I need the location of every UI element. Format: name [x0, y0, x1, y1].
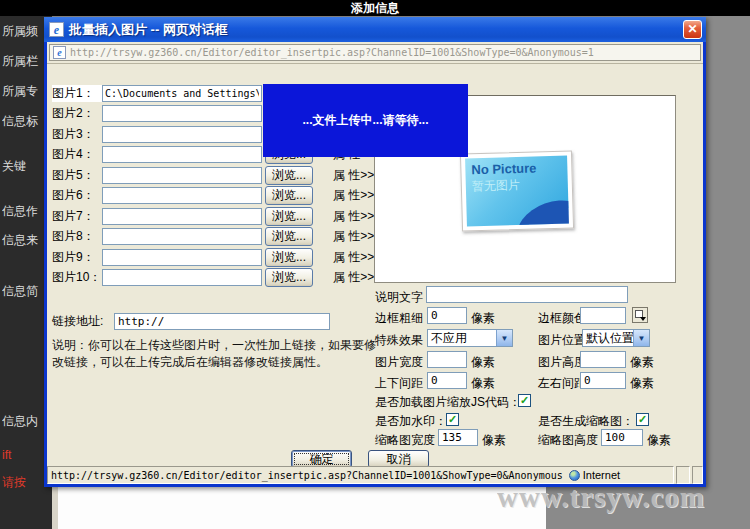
border-width-input[interactable]: [427, 307, 467, 324]
dialog-address-strip: e http://trsyw.gz360.cn/Editor/editor_in…: [47, 42, 703, 64]
bg-label-keyword: 关键: [2, 158, 50, 175]
background-content-area: [58, 487, 546, 529]
insert-picture-dialog: e 批量插入图片 -- 网页对话框 ✕ e http://trsyw.gz360…: [44, 17, 706, 487]
image-label: 图片6：: [52, 187, 102, 204]
image-path-input[interactable]: [102, 269, 262, 286]
image-label: 图片3：: [52, 126, 102, 143]
thumbnail-checkbox[interactable]: ✓: [636, 413, 649, 426]
image-path-input[interactable]: [102, 167, 262, 184]
bg-label-red-2: 请按: [2, 474, 50, 491]
image-label: 图片8：: [52, 228, 102, 245]
image-label: 图片7：: [52, 208, 102, 225]
load-js-label: 是否加载图片缩放JS代码：: [375, 394, 521, 411]
note-text: 说明：你可以在上传这些图片时，一次性加上链接，如果要修改链接，可以在上传完成后在…: [52, 337, 386, 372]
browse-button[interactable]: 浏览...: [265, 207, 313, 226]
image-path-input[interactable]: [102, 126, 262, 143]
window-title: 添加信息: [351, 0, 399, 17]
effect-select[interactable]: 不应用 ▼: [427, 329, 513, 347]
swoosh-decoration: [509, 191, 568, 226]
uploading-overlay: ...文件上传中...请等待...: [263, 84, 468, 157]
dropdown-arrow-icon: [640, 317, 646, 321]
image-width-input[interactable]: [427, 351, 467, 368]
browse-button[interactable]: 浏览...: [265, 166, 313, 185]
bg-label-source: 信息来: [2, 232, 50, 249]
image-row-7: 图片7： 浏览... 属 性>>>: [52, 207, 381, 225]
thumb-width-label: 缩略图宽度：: [375, 432, 447, 449]
no-picture-card: No Picture 暂无图片: [460, 150, 574, 231]
image-row-5: 图片5： 浏览... 属 性>>>: [52, 166, 381, 184]
color-picker-button[interactable]: [632, 307, 648, 323]
globe-icon: [569, 470, 580, 481]
position-value: 默认位置: [583, 330, 633, 347]
load-js-checkbox[interactable]: ✓: [518, 394, 531, 407]
screen: { "screen": { "top_bar_title": "添加信息", "…: [0, 0, 750, 529]
ie-page-icon: e: [49, 22, 64, 37]
bg-label-channel: 所属频: [2, 23, 50, 40]
dialog-title-bar[interactable]: e 批量插入图片 -- 网页对话框 ✕: [44, 17, 706, 42]
thumbnail-label: 是否生成缩略图：: [538, 413, 634, 430]
bg-label-column: 所属栏: [2, 53, 50, 70]
position-select[interactable]: 默认位置 ▼: [582, 329, 650, 347]
v-spacing-label: 上下间距：: [375, 375, 435, 392]
effect-value: 不应用: [428, 330, 496, 347]
bg-label-red-1: ift: [2, 448, 50, 462]
pixel-unit: 像素: [471, 310, 495, 327]
image-path-input[interactable]: [102, 146, 262, 163]
link-address-row: 链接地址:: [52, 313, 330, 330]
pixel-unit: 像素: [471, 375, 495, 392]
link-address-input[interactable]: [114, 313, 330, 330]
pixel-unit: 像素: [471, 354, 495, 371]
bg-label-brief: 信息简: [2, 283, 50, 300]
image-height-input[interactable]: [580, 351, 626, 368]
bg-label-title: 信息标: [2, 113, 50, 130]
close-icon[interactable]: ✕: [683, 20, 702, 39]
border-color-input[interactable]: [580, 307, 626, 324]
image-path-input[interactable]: [102, 208, 262, 225]
status-zone: Internet: [583, 469, 620, 481]
image-label: 图片2：: [52, 105, 102, 122]
pixel-unit: 像素: [630, 354, 654, 371]
address-field[interactable]: e http://trsyw.gz360.cn/Editor/editor_in…: [49, 44, 701, 61]
image-path-input[interactable]: [102, 105, 262, 122]
image-width-label: 图片宽度：: [375, 354, 435, 371]
browse-button[interactable]: 浏览...: [265, 268, 313, 287]
image-path-input[interactable]: [102, 85, 262, 102]
image-path-input[interactable]: [102, 228, 262, 245]
thumb-height-input[interactable]: [601, 429, 643, 446]
image-row-8: 图片8： 浏览... 属 性>>>: [52, 227, 381, 245]
window-title-bar: 添加信息: [0, 0, 750, 16]
no-picture-image: No Picture 暂无图片: [465, 156, 569, 227]
thumb-width-input[interactable]: [438, 429, 478, 446]
border-width-label: 边框粗细：: [375, 310, 435, 327]
image-path-input[interactable]: [102, 249, 262, 266]
uploading-text: ...文件上传中...请等待...: [302, 112, 428, 129]
image-label: 图片5：: [52, 167, 102, 184]
dialog-title: 批量插入图片 -- 网页对话框: [69, 21, 228, 39]
h-spacing-input[interactable]: [580, 372, 626, 389]
pixel-unit: 像素: [647, 432, 671, 449]
status-url: http://trsyw.gz360.cn/Editor/editor_inse…: [51, 470, 563, 481]
image-label: 图片1：: [52, 85, 102, 102]
no-picture-subtitle: 暂无图片: [472, 177, 520, 195]
v-spacing-input[interactable]: [427, 372, 467, 389]
chevron-down-icon: ▼: [496, 330, 512, 346]
pixel-unit: 像素: [630, 375, 654, 392]
image-label: 图片9：: [52, 249, 102, 266]
image-row-9: 图片9： 浏览... 属 性>>>: [52, 248, 381, 266]
bg-label-author: 信息作: [2, 203, 50, 220]
pixel-unit: 像素: [482, 432, 506, 449]
browse-button[interactable]: 浏览...: [265, 227, 313, 246]
browse-button[interactable]: 浏览...: [265, 186, 313, 205]
effect-label: 特殊效果：: [375, 332, 435, 349]
browse-button[interactable]: 浏览...: [265, 248, 313, 267]
image-row-6: 图片6： 浏览... 属 性>>>: [52, 186, 381, 204]
thumb-height-label: 缩略图高度：: [538, 432, 610, 449]
caption-input[interactable]: [426, 286, 628, 303]
bg-label-topic: 所属专: [2, 83, 50, 100]
chevron-down-icon: ▼: [633, 330, 649, 346]
image-label: 图片4：: [52, 146, 102, 163]
watermark-text: www.trsyw.com: [497, 481, 705, 514]
watermark-label: 是否加水印：: [375, 413, 447, 430]
image-path-input[interactable]: [102, 187, 262, 204]
watermark-checkbox[interactable]: ✓: [446, 413, 459, 426]
